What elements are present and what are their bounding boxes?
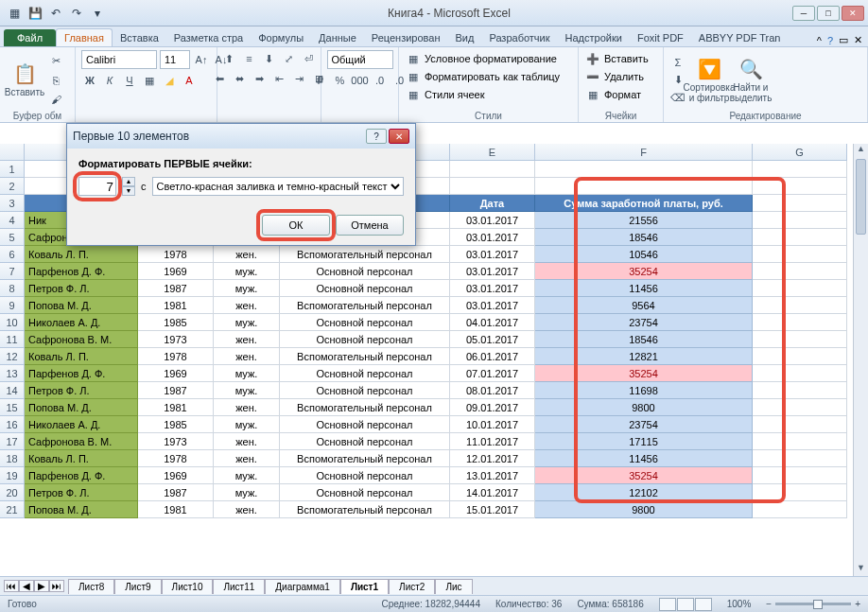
cell[interactable]: 1987 <box>138 382 214 399</box>
sheet-nav-last[interactable]: ⏭ <box>49 580 64 592</box>
cell[interactable]: муж. <box>214 314 280 331</box>
cell[interactable] <box>753 467 847 484</box>
align-left-icon[interactable]: ⬅ <box>211 70 228 87</box>
format-painter-icon[interactable]: 🖌 <box>47 91 64 108</box>
find-select-button[interactable]: 🔍Найти и выделить <box>732 54 770 107</box>
row-header[interactable]: 20 <box>0 484 25 501</box>
tab-abbyy[interactable]: ABBYY PDF Tran <box>691 29 789 46</box>
cell[interactable]: 9564 <box>535 297 753 314</box>
cell[interactable]: 06.01.2017 <box>450 348 535 365</box>
cell[interactable]: Основной персонал <box>280 365 450 382</box>
format-cells-button[interactable]: ▦Формат <box>584 86 641 103</box>
cell[interactable]: 1981 <box>138 399 214 416</box>
paste-button[interactable]: 📋Вставить <box>6 54 43 107</box>
bold-icon[interactable]: Ж <box>81 72 98 89</box>
sheet-tab[interactable]: Лис <box>435 579 472 594</box>
cell[interactable] <box>753 280 847 297</box>
cell[interactable]: жен. <box>214 501 280 518</box>
cell[interactable]: Коваль Л. П. <box>25 246 138 263</box>
cell[interactable]: 9800 <box>535 501 753 518</box>
column-header[interactable]: E <box>450 144 535 161</box>
cell[interactable]: 11456 <box>535 450 753 467</box>
row-header[interactable]: 13 <box>0 365 25 382</box>
cell[interactable]: Основной персонал <box>280 314 450 331</box>
cell[interactable]: Основной персонал <box>280 280 450 297</box>
row-header[interactable]: 14 <box>0 382 25 399</box>
zoom-out-button[interactable]: − <box>766 599 772 609</box>
cell[interactable] <box>753 178 847 195</box>
cell[interactable] <box>753 501 847 518</box>
view-normal-button[interactable] <box>659 598 676 611</box>
tab-view[interactable]: Вид <box>448 29 482 46</box>
select-all-corner[interactable] <box>0 144 25 161</box>
cell[interactable]: 1978 <box>138 348 214 365</box>
cell[interactable]: 18546 <box>535 229 753 246</box>
cell[interactable]: жен. <box>214 246 280 263</box>
cell[interactable]: Вспомогательный персонал <box>280 348 450 365</box>
cell[interactable]: Дата <box>450 195 535 212</box>
row-header[interactable]: 21 <box>0 501 25 518</box>
cell[interactable]: Петров Ф. Л. <box>25 382 138 399</box>
cell[interactable]: Основной персонал <box>280 467 450 484</box>
cell[interactable] <box>753 348 847 365</box>
italic-icon[interactable]: К <box>101 72 118 89</box>
cell[interactable]: 21556 <box>535 212 753 229</box>
scroll-up-icon[interactable]: ▲ <box>854 144 868 157</box>
cell[interactable] <box>753 297 847 314</box>
cell[interactable] <box>753 212 847 229</box>
cell[interactable]: 10.01.2017 <box>450 416 535 433</box>
cell[interactable]: муж. <box>214 382 280 399</box>
cell[interactable] <box>753 365 847 382</box>
dialog-help-button[interactable]: ? <box>366 129 387 144</box>
inc-decimal-icon[interactable]: .0 <box>372 72 389 89</box>
zoom-slider[interactable] <box>775 603 851 605</box>
child-restore-icon[interactable]: ▭ <box>839 34 848 46</box>
dialog-close-button[interactable]: ✕ <box>389 129 409 144</box>
cell[interactable]: Основной персонал <box>280 433 450 450</box>
cell[interactable]: Попова М. Д. <box>25 399 138 416</box>
row-header[interactable]: 2 <box>0 178 25 195</box>
cell[interactable] <box>535 178 753 195</box>
percent-icon[interactable]: % <box>332 72 349 89</box>
cell[interactable]: Основной персонал <box>280 331 450 348</box>
row-header[interactable]: 8 <box>0 280 25 297</box>
align-bottom-icon[interactable]: ⬇ <box>261 50 278 67</box>
cell-styles-button[interactable]: ▦Стили ячеек <box>405 86 484 103</box>
cell[interactable]: 03.01.2017 <box>450 263 535 280</box>
sheet-tab[interactable]: Лист2 <box>389 579 435 594</box>
cell[interactable] <box>753 382 847 399</box>
cut-icon[interactable]: ✂ <box>47 53 64 70</box>
zoom-in-button[interactable]: + <box>855 599 860 609</box>
wrap-text-icon[interactable]: ⏎ <box>301 50 318 67</box>
cell[interactable]: 9800 <box>535 399 753 416</box>
comma-icon[interactable]: 000 <box>352 72 369 89</box>
cell[interactable]: 11.01.2017 <box>450 433 535 450</box>
currency-icon[interactable]: ₽ <box>312 72 329 89</box>
fill-color-icon[interactable]: ◢ <box>161 72 178 89</box>
tab-foxit[interactable]: Foxit PDF <box>630 29 691 46</box>
cell[interactable]: 15.01.2017 <box>450 501 535 518</box>
cell[interactable] <box>753 314 847 331</box>
row-header[interactable]: 18 <box>0 450 25 467</box>
sheet-tab[interactable]: Лист1 <box>340 579 389 594</box>
undo-icon[interactable]: ↶ <box>47 5 64 22</box>
cell[interactable] <box>753 195 847 212</box>
cell[interactable]: 35254 <box>535 263 753 280</box>
cell[interactable]: 1969 <box>138 467 214 484</box>
cell[interactable]: 35254 <box>535 365 753 382</box>
close-button[interactable]: ✕ <box>842 6 864 21</box>
cell[interactable]: жен. <box>214 348 280 365</box>
row-header[interactable]: 5 <box>0 229 25 246</box>
maximize-button[interactable]: □ <box>817 6 840 21</box>
sheet-tab[interactable]: Лист10 <box>162 579 214 594</box>
cell[interactable]: 03.01.2017 <box>450 246 535 263</box>
cell[interactable]: Вспомогательный персонал <box>280 450 450 467</box>
cell[interactable]: 1985 <box>138 314 214 331</box>
row-header[interactable]: 17 <box>0 433 25 450</box>
sheet-tab[interactable]: Лист8 <box>68 579 114 594</box>
column-header[interactable]: F <box>535 144 753 161</box>
cell[interactable]: муж. <box>214 365 280 382</box>
cell[interactable]: Николаев А. Д. <box>25 314 138 331</box>
cell[interactable]: Сумма заработной платы, руб. <box>535 195 753 212</box>
sheet-tab[interactable]: Диаграмма1 <box>265 579 340 594</box>
